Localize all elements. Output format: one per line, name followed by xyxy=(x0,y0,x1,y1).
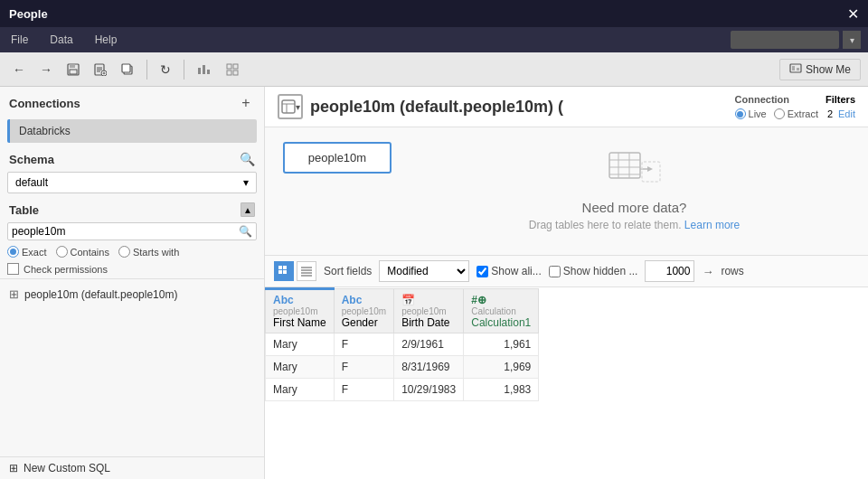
check-permissions-label: Check permissions xyxy=(24,264,108,275)
close-button[interactable]: ✕ xyxy=(847,5,859,23)
left-panel: Connections + Databricks Schema 🔍 defaul… xyxy=(0,87,265,479)
schema-search-button[interactable]: 🔍 xyxy=(240,152,255,166)
schema-chevron-icon: ▾ xyxy=(243,176,249,189)
right-panel: ▾ people10m (default.people10m) ( Connec… xyxy=(265,87,868,479)
table-header: Table ▲ xyxy=(0,199,264,221)
edit-filters-button[interactable]: Edit xyxy=(838,108,855,119)
cell-calc-2: 1,969 xyxy=(464,356,539,379)
sort-row-icons xyxy=(274,261,316,281)
rows-arrow-icon[interactable]: → xyxy=(702,265,713,278)
radio-extract[interactable]: Extract xyxy=(774,108,818,119)
tables-list: ⊞ people10m (default.people10m) xyxy=(0,278,264,456)
show-ali-checkbox[interactable]: Show ali... xyxy=(476,265,541,277)
data-table-wrap: Abc people10m First Name Abc people10m G… xyxy=(265,287,868,479)
chart-button[interactable] xyxy=(192,58,217,81)
svg-rect-37 xyxy=(283,270,287,274)
radio-contains-circle xyxy=(56,246,68,258)
ds-icon[interactable]: ▾ xyxy=(278,94,303,119)
svg-rect-18 xyxy=(233,70,238,75)
extract-label: Extract xyxy=(788,108,818,119)
table-search-input[interactable] xyxy=(12,225,239,238)
cell-calc-3: 1,983 xyxy=(464,379,539,401)
new-button[interactable] xyxy=(89,58,112,81)
table-search-row: 🔍 xyxy=(7,222,257,240)
svg-rect-22 xyxy=(282,100,295,113)
col-empty xyxy=(539,289,868,333)
cell-birthdate-3: 10/29/1983 xyxy=(394,379,464,401)
main-layout: Connections + Databricks Schema 🔍 defaul… xyxy=(0,87,868,479)
svg-rect-2 xyxy=(70,70,77,74)
svg-rect-1 xyxy=(70,64,75,68)
col-icon-birthdate: 📅 xyxy=(401,294,415,306)
svg-rect-35 xyxy=(278,270,282,274)
table-search-icon: 🔍 xyxy=(239,225,252,238)
svg-rect-16 xyxy=(233,64,238,69)
filters-label: Filters xyxy=(826,94,855,105)
menu-search-input[interactable] xyxy=(731,31,839,49)
svg-rect-12 xyxy=(198,68,201,74)
ds-header: ▾ people10m (default.people10m) ( Connec… xyxy=(265,87,868,127)
back-button[interactable]: ← xyxy=(7,58,31,81)
ds-title: people10m (default.people10m) ( xyxy=(310,98,728,117)
svg-rect-14 xyxy=(207,70,210,74)
radio-exact-circle xyxy=(7,246,19,258)
table-canvas: people10m xyxy=(265,127,868,256)
col-icon-gender: Abc xyxy=(342,294,363,306)
check-permissions-checkbox[interactable] xyxy=(7,263,19,275)
menu-data[interactable]: Data xyxy=(46,32,76,48)
radio-live-circle xyxy=(735,108,746,119)
schema-header: Schema 🔍 xyxy=(0,146,264,170)
new-custom-sql[interactable]: ⊞ New Custom SQL xyxy=(0,456,264,479)
table-list-item[interactable]: ⊞ people10m (default.people10m) xyxy=(0,283,264,305)
connection-databricks[interactable]: Databricks xyxy=(7,119,257,143)
save-button[interactable] xyxy=(61,58,85,81)
separator-1 xyxy=(146,60,147,80)
canvas-area: people10m xyxy=(265,127,868,479)
connection-label: Connection xyxy=(735,94,818,105)
col-gender[interactable]: Abc people10m Gender xyxy=(334,289,393,333)
rows-input[interactable] xyxy=(645,260,694,282)
grid-button[interactable] xyxy=(221,58,244,81)
cell-gender-1: F xyxy=(334,333,393,356)
svg-rect-13 xyxy=(203,65,205,74)
table-label: Table xyxy=(9,203,39,217)
toolbar-right: Show Me xyxy=(779,59,861,80)
learn-more-link[interactable]: Learn more xyxy=(684,219,740,231)
schema-value: default xyxy=(15,176,48,189)
show-hidden-checkbox[interactable]: Show hidden ... xyxy=(549,265,638,277)
col-first-name[interactable]: Abc people10m First Name xyxy=(266,289,335,333)
radio-exact[interactable]: Exact xyxy=(7,246,47,258)
menu-bar-right: ▾ xyxy=(731,31,861,49)
menu-help[interactable]: Help xyxy=(91,32,121,48)
cell-firstname-2: Mary xyxy=(266,356,335,379)
cell-gender-3: F xyxy=(334,379,393,401)
menu-dropdown-button[interactable]: ▾ xyxy=(843,31,861,49)
svg-rect-17 xyxy=(227,70,231,75)
duplicate-button[interactable] xyxy=(116,58,139,81)
forward-button[interactable]: → xyxy=(34,58,58,81)
radio-contains[interactable]: Contains xyxy=(56,246,109,258)
need-more-data-subtitle: Drag tables here to relate them. Learn m… xyxy=(529,219,740,231)
radio-live[interactable]: Live xyxy=(735,108,767,119)
table-scroll-button[interactable]: ▲ xyxy=(241,202,255,217)
col-calculation[interactable]: #⊕ Calculation Calculation1 xyxy=(464,289,539,333)
table-row: Mary F 2/9/1961 1,961 xyxy=(266,333,868,356)
sort-select[interactable]: Modified xyxy=(379,260,469,282)
sort-fields-label: Sort fields xyxy=(324,265,372,277)
data-grid-area: Sort fields Modified Show ali... Show hi… xyxy=(265,256,868,479)
table-card[interactable]: people10m xyxy=(283,142,392,174)
list-view-button[interactable] xyxy=(297,261,316,281)
schema-dropdown[interactable]: default ▾ xyxy=(7,172,257,193)
show-me-button[interactable]: Show Me xyxy=(779,59,861,80)
menu-file[interactable]: File xyxy=(7,32,32,48)
refresh-button[interactable]: ↻ xyxy=(155,58,176,81)
grid-view-button[interactable] xyxy=(274,261,294,281)
table-card-label: people10m xyxy=(308,151,366,164)
add-connection-button[interactable]: + xyxy=(237,94,255,112)
radio-starts-with[interactable]: Starts with xyxy=(118,246,179,258)
svg-rect-19 xyxy=(790,64,801,72)
filters-info: Filters 2 Edit xyxy=(826,94,855,119)
rows-label: rows xyxy=(721,265,743,277)
col-birth-date[interactable]: 📅 people10m Birth Date xyxy=(394,289,464,333)
ds-connection-row: Live Extract xyxy=(735,108,818,119)
